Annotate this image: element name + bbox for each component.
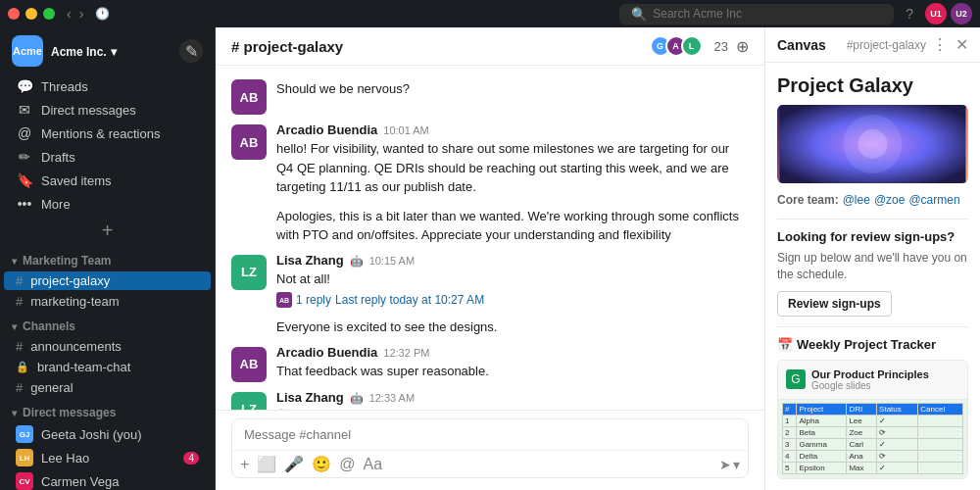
traffic-lights [8,8,55,20]
media-icon[interactable]: ⬜ [257,455,276,473]
send-icon: ➤ [719,457,731,472]
canvas-more-icon[interactable]: ⋮ [932,35,948,54]
tracker-table: #ProjectDRIStatusCancel 1AlphaLee✓ 2Beta… [782,403,963,474]
message-6: AB Arcadio Buendia 12:32 PM That feedbac… [216,341,764,386]
channel-label-marketing-team: marketing-team [30,294,119,309]
search-input[interactable] [653,7,882,21]
msg-text-3: Apologies, this is a bit later than we w… [276,207,749,245]
user-avatar-1: U1 [925,3,947,24]
msg-author-4: Lisa Zhang [276,253,344,268]
chat-area: # project-galaxy G A L 23 ⊕ AB Should we… [216,27,764,490]
core-team-member-2[interactable]: @zoe [874,193,906,207]
header-member-avatars: G A L [656,35,703,57]
sidebar-item-threads[interactable]: 💬 Threads [4,75,211,97]
msg-text-2: hello! For visibility, wanted to share o… [276,139,749,197]
sidebar-item-mentions[interactable]: @ Mentions & reactions [4,122,211,144]
search-icon: 🔍 [631,7,647,22]
channel-item-project-galaxy[interactable]: # project-galaxy [4,271,211,290]
dm-avatar-geeta: GJ [16,425,33,443]
dm-avatar-carmen: CV [16,472,33,490]
canvas-panel: Canvas #project-galaxy ⋮ ✕ Project Galax… [764,27,980,490]
close-icon[interactable] [8,8,20,20]
dm-item-geeta[interactable]: GJ Geeta Joshi (you) [4,423,211,445]
sidebar-item-more[interactable]: ••• More [4,193,211,215]
minimize-icon[interactable] [25,8,37,20]
dm-item-carmen[interactable]: CV Carmen Vega [4,470,211,490]
mention-icon: @ [16,125,33,141]
msg-content-3: Apologies, this is a bit later than we w… [276,205,749,245]
core-team-member-3[interactable]: @carmen [908,193,959,207]
msg-text-1: Should we be nervous? [276,79,749,99]
reply-thread-4[interactable]: AB 1 reply Last reply today at 10:27 AM [276,292,749,308]
sidebar-item-direct-messages[interactable]: ✉ Direct messages [4,99,211,121]
msg-content-7: Lisa Zhang 🤖 12:33 AM 💯 You got this! [276,390,749,411]
compose-button[interactable]: ✎ [179,39,203,63]
channels-section[interactable]: ▾ Channels [0,312,215,336]
msg-avatar-7: LZ [231,392,267,411]
dm-name-lee: Lee Hao [41,451,89,466]
canvas-title: Canvas [777,37,841,53]
message-1: AB Should we be nervous? [216,74,764,119]
dm-item-lee[interactable]: LH Lee Hao 4 [4,447,211,468]
send-button[interactable]: ➤ ▾ [719,457,740,472]
add-channel-button[interactable]: + [0,216,215,246]
channel-item-brand-chat[interactable]: 🔒 brand-team-chat [4,358,211,376]
tracker-card[interactable]: G Our Product Principles Google slides #… [777,360,968,479]
format-icon[interactable]: Aa [364,456,383,473]
saved-icon: 🔖 [16,172,33,188]
sidebar-item-saved[interactable]: 🔖 Saved items [4,170,211,191]
back-arrow[interactable]: ‹ [67,6,72,22]
search-bar[interactable]: 🔍 [619,4,894,24]
canvas-close-icon[interactable]: ✕ [956,35,968,54]
emoji-icon[interactable]: 🙂 [312,455,331,473]
msg-spacer-5 [231,316,267,337]
lock-icon: 🔒 [16,361,29,373]
sidebar: Acme Acme Inc. ▾ ✎ 💬 Threads ✉ Direct me… [0,27,216,490]
reply-count-4: 1 reply [296,293,331,307]
sidebar-item-drafts[interactable]: ✏ Drafts [4,146,211,168]
mention-icon[interactable]: @ [339,456,355,473]
core-team: Core team: @lee @zoe @carmen [777,193,968,207]
chat-input-tools: + ⬜ 🎤 🙂 @ Aa ➤ ▾ [232,450,748,477]
divider-2 [777,326,968,327]
dm-badge-lee: 4 [183,452,199,465]
member-avatar-3: L [681,35,703,57]
forward-arrow[interactable]: › [79,6,84,22]
direct-messages-section[interactable]: ▾ Direct messages [0,398,215,422]
msg-time-2: 10:01 AM [383,124,428,136]
channel-item-general[interactable]: # general [4,378,211,397]
svg-point-2 [858,129,888,159]
more-icon: ••• [16,196,33,212]
message-input[interactable] [232,419,748,450]
drafts-label: Drafts [41,150,75,165]
workspace-name[interactable]: Acme Inc. ▾ [51,43,172,59]
attach-icon[interactable]: + [240,456,249,473]
channel-item-marketing-team[interactable]: # marketing-team [4,292,211,311]
msg-header-7: Lisa Zhang 🤖 12:33 AM [276,390,749,405]
add-view-button[interactable]: ⊕ [736,37,749,56]
msg-avatar-4: LZ [231,255,267,290]
core-team-member-1[interactable]: @lee [843,193,870,207]
review-signup-button[interactable]: Review sign-ups [777,291,892,317]
help-icon[interactable]: ? [906,6,913,22]
audio-icon[interactable]: 🎤 [284,455,304,473]
marketing-team-section[interactable]: ▾ Marketing Team [0,246,215,270]
message-4: LZ Lisa Zhang 🤖 10:15 AM Not at all! AB … [216,249,764,313]
tracker-title: 📅 Weekly Project Tracker [777,337,968,352]
marketing-team-label: Marketing Team [23,254,111,268]
calendar-emoji: 📅 [777,337,793,352]
channel-item-announcements[interactable]: # announcements [4,337,211,356]
workspace-header: Acme Acme Inc. ▾ ✎ [0,27,215,74]
reply-detail-4: Last reply today at 10:27 AM [335,293,484,307]
msg-author-2: Arcadio Buendia [276,122,377,137]
user-avatars: U1 U2 [925,3,972,24]
msg-author-6: Arcadio Buendia [276,345,377,360]
msg-avatar-1: AB [231,79,267,115]
dm-avatar-lee: LH [16,449,33,466]
tracker-card-info: Our Product Principles Google slides [811,368,929,391]
maximize-icon[interactable] [43,8,55,20]
msg-content-2: Arcadio Buendia 10:01 AM hello! For visi… [276,122,749,197]
msg-time-4: 10:15 AM [369,255,415,267]
project-image [777,105,968,183]
divider-1 [777,219,968,220]
